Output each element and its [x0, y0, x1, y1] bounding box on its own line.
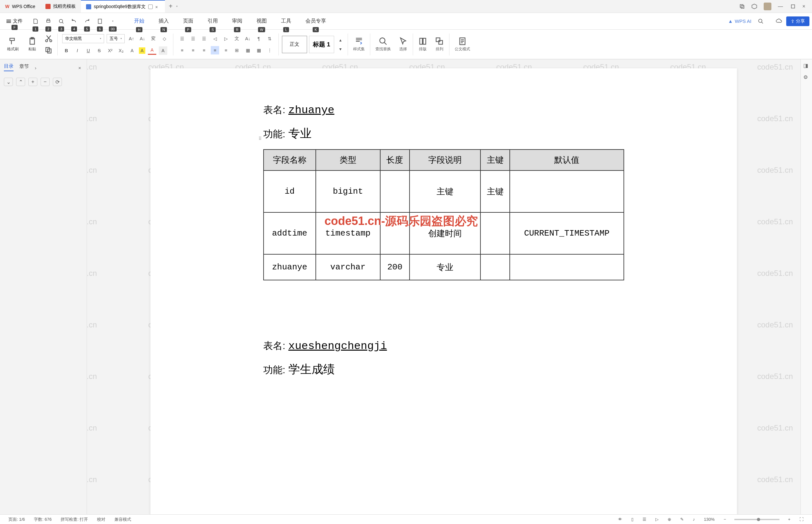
app-tab-wps[interactable]: W WPS Office	[0, 0, 40, 13]
bold-button[interactable]: B	[62, 46, 70, 55]
share-button[interactable]: ⇪ 分享	[786, 16, 809, 26]
add-item-button[interactable]: +	[28, 78, 37, 86]
search-icon[interactable]	[758, 18, 764, 24]
tab-review[interactable]: 审阅R	[226, 16, 248, 27]
borders-button[interactable]: ▦	[254, 46, 263, 54]
official-mode-button[interactable]: 公文模式	[451, 35, 474, 53]
view-edit-icon[interactable]: ✎	[676, 517, 688, 522]
highlight-button[interactable]: A	[139, 47, 145, 54]
font-size-select[interactable]: 五号▾	[107, 34, 125, 43]
shading-button[interactable]: ▦	[244, 46, 252, 54]
chevron-right-icon[interactable]: ›	[35, 65, 39, 70]
justify-button[interactable]: ≡	[211, 46, 219, 54]
tab-view[interactable]: 视图W	[251, 16, 272, 27]
close-icon[interactable]: ×	[155, 4, 160, 9]
line-spacing-button[interactable]: ⇅	[266, 34, 274, 43]
qa-preview-button[interactable]: 3	[56, 17, 66, 26]
style-prev-button[interactable]: ▴	[336, 36, 345, 44]
select-button[interactable]: 选择	[395, 35, 412, 53]
align-left-button[interactable]: ≡	[178, 46, 186, 54]
font-name-select[interactable]: 华文细黑▾	[62, 34, 104, 43]
status-spell[interactable]: 拼写检查: 打开	[56, 517, 93, 522]
tab-reference[interactable]: 引用S	[202, 16, 223, 27]
document-viewport[interactable]: code51.cncode51.cncode51.cncode51.cncode…	[87, 59, 800, 514]
super-button[interactable]: X²	[106, 46, 114, 55]
sidebar-close-icon[interactable]: ×	[78, 65, 83, 70]
fullscreen-icon[interactable]: ⛶	[795, 517, 808, 522]
sidebar-tab-toc[interactable]: 目录	[4, 63, 14, 71]
zoom-in-button[interactable]: +	[783, 517, 795, 522]
tab-page[interactable]: 页面P	[177, 16, 199, 27]
char-scale-button[interactable]: 文	[233, 34, 241, 43]
status-words[interactable]: 字数: 676	[29, 517, 56, 522]
strike-button[interactable]: S	[95, 46, 103, 55]
distribute-button[interactable]: ≡	[222, 46, 230, 54]
underline-button[interactable]: U	[84, 46, 93, 55]
app-tab-template[interactable]: 找稻壳模板	[40, 0, 81, 13]
file-menu[interactable]: 文件 F	[3, 18, 27, 24]
zoom-slider[interactable]	[734, 519, 779, 520]
sort-button[interactable]: A↓	[244, 34, 252, 43]
vert-align-button[interactable]: ⊞	[233, 46, 241, 54]
avatar[interactable]	[764, 3, 772, 10]
indent-button[interactable]: ▷	[222, 34, 230, 43]
style-normal[interactable]: 正文	[282, 36, 307, 53]
view-speech-icon[interactable]: ♪	[688, 517, 699, 522]
style-set-button[interactable]: 样式集	[349, 35, 369, 53]
tab-start[interactable]: 开始H	[128, 16, 150, 27]
toggle-panel-icon[interactable]: ◨	[803, 63, 810, 69]
view-outline-icon[interactable]: ☰	[638, 517, 651, 522]
cut-button[interactable]	[45, 34, 53, 43]
collapse-all-button[interactable]: ⌄	[4, 78, 13, 86]
wps-ai-button[interactable]: ▲ WPS AI	[724, 18, 755, 24]
tab-member[interactable]: 会员专享K	[300, 16, 332, 27]
add-tab-button[interactable]: +	[165, 3, 177, 10]
paste-button[interactable]: 粘贴	[28, 37, 37, 52]
qa-undo-button[interactable]: 4	[69, 17, 79, 26]
align-right-button[interactable]: ≡	[200, 46, 208, 54]
sub-button[interactable]: X₂	[117, 46, 125, 55]
phonetic-button[interactable]: 変	[149, 34, 158, 43]
qa-redo-button[interactable]: 5	[82, 17, 92, 26]
find-replace-button[interactable]: 查找替换	[371, 35, 395, 53]
style-next-button[interactable]: ▾	[336, 45, 345, 53]
copy-button[interactable]	[45, 46, 53, 54]
clear-format-button[interactable]: ◇	[160, 34, 168, 43]
qa-save-button[interactable]: 1	[30, 17, 40, 26]
tab-insert[interactable]: 插入N	[153, 16, 175, 27]
qa-new-button[interactable]: 6	[95, 17, 105, 26]
qa-more-button[interactable]: ▾00	[107, 17, 118, 26]
para-settings-button[interactable]: ⋮	[266, 46, 274, 54]
view-web-icon[interactable]: ⊕	[663, 517, 676, 522]
maximize-icon[interactable]	[790, 3, 796, 9]
format-brush-button[interactable]: 格式刷	[7, 37, 19, 52]
show-marks-button[interactable]: ¶	[254, 34, 263, 43]
tab-menu-dropdown[interactable]: ▾	[176, 5, 178, 8]
expand-all-button[interactable]: ⌃	[16, 78, 25, 86]
multi-window-icon[interactable]	[739, 3, 745, 9]
status-proof[interactable]: 校对	[93, 517, 110, 522]
window-close-icon[interactable]: ×	[802, 3, 808, 9]
cube-icon[interactable]	[751, 3, 757, 9]
tab-tools[interactable]: 工具L	[275, 16, 297, 27]
zoom-out-button[interactable]: −	[719, 517, 731, 522]
eye-icon[interactable]: 👁	[614, 517, 627, 522]
settings-icon[interactable]: ⚙	[803, 74, 810, 81]
tab-feedback-icon[interactable]	[148, 4, 153, 9]
numbering-button[interactable]: ☰	[189, 34, 197, 43]
view-page-icon[interactable]: ▯	[627, 517, 638, 522]
view-read-icon[interactable]: ▷	[651, 517, 663, 522]
refresh-button[interactable]: ⟳	[53, 78, 62, 86]
outdent-button[interactable]: ◁	[211, 34, 219, 43]
shrink-font-button[interactable]: A↓	[138, 34, 147, 43]
table-row[interactable]: addtime timestamp 创建时间 CURRENT_TIMESTAMP	[264, 212, 624, 254]
layout-button[interactable]: 排版	[414, 35, 431, 53]
status-compat[interactable]: 兼容模式	[110, 517, 136, 522]
italic-button[interactable]: I	[73, 46, 82, 55]
grow-font-button[interactable]: A↑	[127, 34, 136, 43]
minimize-icon[interactable]: —	[778, 3, 784, 9]
arrange-button[interactable]: 排列	[431, 35, 448, 53]
font-color-button[interactable]: A	[148, 46, 156, 55]
cloud-sync-icon[interactable]	[776, 18, 782, 24]
table-drag-handle-icon[interactable]: ⠿	[259, 136, 261, 141]
